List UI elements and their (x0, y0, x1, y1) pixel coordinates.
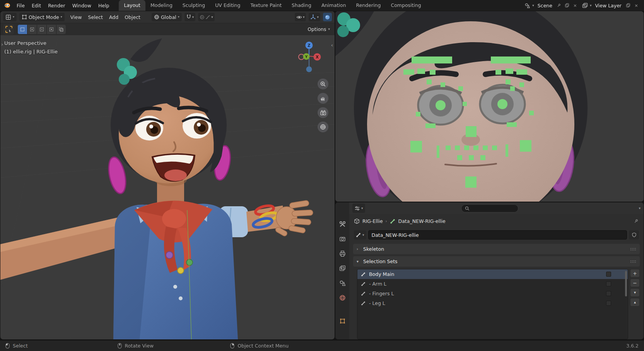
view-layer-name[interactable]: View Layer (594, 3, 624, 9)
viewport-shading-button[interactable] (323, 13, 332, 21)
select-extend-icon (29, 27, 35, 32)
visibility-dropdown[interactable]: ▾ (295, 13, 306, 21)
tab-render-properties[interactable] (337, 235, 347, 243)
blender-logo-icon[interactable] (3, 2, 11, 9)
gizmo-dropdown[interactable]: ▾ (309, 13, 320, 21)
tab-sculpting[interactable]: Sculpting (178, 0, 210, 11)
view-layer-new-copy-icon[interactable] (625, 2, 631, 9)
pan-button[interactable] (318, 93, 328, 104)
panel-selection-sets[interactable]: ▾ Selection Sets (353, 256, 640, 267)
scene-pin-icon[interactable] (556, 2, 562, 9)
tab-object-properties[interactable] (337, 317, 347, 325)
panel-collapsed-icon[interactable]: › (357, 247, 360, 251)
tab-animation[interactable]: Animation (316, 0, 351, 11)
scene-name[interactable]: Scene (536, 3, 554, 9)
menu-help[interactable]: Help (95, 1, 113, 10)
chevron-down-icon[interactable]: ▾ (532, 4, 534, 7)
selection-set-toggle[interactable] (606, 301, 611, 306)
viewport-3d: ▾ Object Mode ▾ View Select Add Object G… (0, 11, 335, 339)
options-dropdown[interactable]: Options ▾ (307, 26, 330, 32)
selection-set-toggle[interactable] (606, 291, 611, 296)
menu-view[interactable]: View (67, 13, 85, 22)
selection-set-toggle[interactable] (606, 272, 611, 277)
properties-search[interactable] (461, 204, 518, 212)
viewport-header: ▾ Object Mode ▾ View Select Add Object G… (0, 11, 335, 23)
hand (275, 200, 313, 237)
scene-new-copy-icon[interactable] (564, 2, 570, 9)
navigation-gizmo[interactable]: Z Y X (297, 41, 321, 77)
select-mode-extend-button[interactable] (27, 25, 37, 34)
mode-label: Object Mode (29, 14, 59, 20)
tab-layout[interactable]: Layout (119, 0, 145, 11)
search-icon (465, 206, 470, 211)
zoom-button[interactable] (318, 79, 328, 89)
tab-compositing[interactable]: Compositing (386, 0, 426, 11)
list-item[interactable]: - Fingers L (357, 289, 628, 298)
menu-render[interactable]: Render (44, 1, 69, 10)
toolbar-expand-icon[interactable]: › (1, 41, 3, 47)
tab-tool-settings[interactable] (337, 220, 347, 228)
tab-uv-editing[interactable]: UV Editing (210, 0, 245, 11)
sidebar-expand-icon[interactable]: ‹ (331, 42, 333, 48)
mode-dropdown[interactable]: Object Mode ▾ (19, 13, 65, 21)
scene-selector[interactable]: ▾ Scene × (523, 2, 580, 9)
move-set-up-button[interactable]: ▴ (630, 298, 640, 306)
selection-set-specials-button[interactable]: ▾ (630, 288, 640, 297)
camera-view-button[interactable] (318, 107, 328, 118)
properties-editor-type-button[interactable]: ▾ (352, 204, 365, 213)
pin-id-icon[interactable] (633, 218, 639, 224)
panel-drag-handle[interactable] (630, 248, 636, 251)
datablock-name-input[interactable] (368, 230, 627, 240)
panel-drag-handle[interactable] (630, 260, 636, 263)
menu-object[interactable]: Object (121, 13, 143, 22)
properties-options-icon[interactable]: ▾ (639, 207, 641, 210)
snap-controls[interactable]: ▾ (184, 13, 196, 21)
select-mode-intersect-button[interactable] (56, 25, 66, 34)
viewport-canvas[interactable]: › ‹ User Perspective (1) ellie.rig | RIG… (0, 35, 335, 339)
select-box-tool-button[interactable] (3, 24, 14, 34)
view-layer-selector[interactable]: ▾ View Layer × (581, 2, 641, 9)
remove-selection-set-button[interactable]: − (630, 279, 640, 287)
tab-view-layer-properties[interactable] (337, 264, 347, 272)
workspace-tabs: Layout Modeling Sculpting UV Editing Tex… (119, 0, 521, 11)
menu-file[interactable]: File (13, 1, 28, 10)
datablock-selector-button[interactable]: ▾ (354, 230, 366, 240)
menu-window[interactable]: Window (69, 1, 95, 10)
tab-scene-properties[interactable] (337, 279, 347, 287)
chevron-down-icon[interactable]: ▾ (590, 4, 592, 7)
tab-texture-paint[interactable]: Texture Paint (245, 0, 287, 11)
fake-user-button[interactable] (629, 230, 639, 240)
scene-unlink-icon[interactable]: × (572, 2, 578, 9)
proportional-edit-controls[interactable]: ▾ (198, 13, 215, 21)
transform-orientation-dropdown[interactable]: Global ▾ (152, 13, 182, 21)
list-item[interactable]: - Leg L (357, 298, 628, 308)
breadcrumb-object[interactable]: RIG-Ellie (362, 218, 383, 224)
tab-world-properties[interactable] (337, 294, 347, 301)
selection-set-toggle[interactable] (606, 281, 611, 286)
select-mode-subtract-button[interactable] (37, 25, 46, 34)
menu-add[interactable]: Add (106, 13, 121, 22)
panel-expanded-icon[interactable]: ▾ (357, 259, 360, 264)
editor-type-3d-icon (5, 14, 11, 20)
list-item[interactable]: - Arm L (357, 279, 628, 289)
view-layer-remove-icon[interactable]: × (633, 2, 639, 9)
panel-skeleton[interactable]: › Skeleton (353, 244, 640, 254)
keymap-context-menu-label: Object Context Menu (237, 343, 289, 349)
editor-type-button[interactable]: ▾ (3, 13, 17, 21)
breadcrumb-data[interactable]: Data_NEW-RIG-ellie (398, 218, 446, 224)
tab-rendering[interactable]: Rendering (351, 0, 386, 11)
list-item[interactable]: Body Main (357, 269, 628, 279)
tab-output-properties[interactable] (337, 250, 347, 257)
select-mode-set-button[interactable] (18, 25, 27, 34)
tab-modeling[interactable]: Modeling (145, 0, 178, 11)
properties-search-input[interactable] (471, 205, 510, 211)
keymap-select-label: Select (13, 343, 28, 349)
orthographic-toggle-button[interactable] (318, 122, 328, 132)
select-mode-invert-button[interactable] (47, 25, 56, 34)
tab-shading[interactable]: Shading (287, 0, 316, 11)
menu-select[interactable]: Select (85, 13, 106, 22)
list-scrollbar[interactable] (625, 271, 627, 296)
viewport-3d-face[interactable] (335, 11, 644, 202)
add-selection-set-button[interactable]: + (630, 269, 640, 277)
menu-edit[interactable]: Edit (28, 1, 44, 10)
